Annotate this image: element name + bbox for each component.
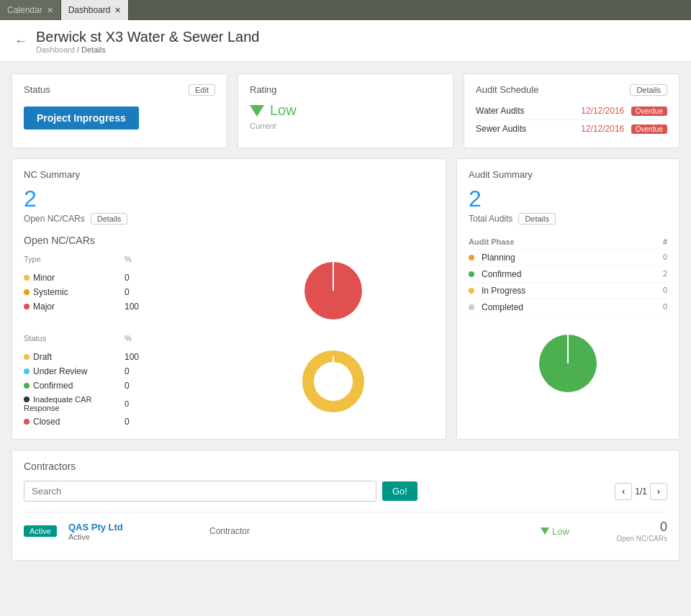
nc-status-section: Status % Draft 100 Under Review 0 Conf — [24, 334, 225, 429]
nc-open-label: Open NC/CARs — [24, 214, 85, 224]
tab-calendar-label: Calendar — [7, 5, 42, 15]
minor-dot — [24, 275, 30, 281]
contractor-status: Active — [68, 533, 198, 541]
audit-row-sewer-name: Sewer Audits — [476, 124, 526, 134]
tab-calendar[interactable]: Calendar ✕ — [0, 0, 61, 20]
contractors-section: Contractors Go! ‹ 1/1 › Active QAS Pty L… — [12, 450, 679, 561]
audit-phase-header: Audit Phase # — [469, 235, 667, 250]
nc-type-row-minor: Minor 0 — [24, 271, 225, 285]
audit-row-water-name: Water Audits — [476, 106, 525, 116]
audit-confirmed-dot — [469, 271, 474, 277]
confirmed-dot — [24, 383, 30, 389]
nc-status-inadequate: Inadequate CAR Response 0 — [24, 393, 225, 415]
completed-dot — [469, 304, 474, 310]
pagination-text: 1/1 — [635, 486, 647, 497]
rating-text: Low — [270, 102, 297, 119]
contractor-type: Contractor — [209, 526, 529, 536]
nc-count: 2 — [24, 187, 434, 210]
audit-phase-planning: Planning 0 — [469, 250, 667, 266]
status-badge: Project Inprogress — [24, 107, 139, 130]
audit-phase-pie — [469, 327, 667, 399]
nc-type-header: Type % — [24, 255, 225, 266]
contractor-nc-count: 0 — [610, 520, 667, 535]
closed-dot — [24, 419, 30, 425]
rating-card: Rating Low Current — [238, 73, 453, 148]
nc-status-underreview: Under Review 0 — [24, 364, 225, 379]
nc-charts: Type % Minor 0 Systemic 0 Major — [24, 255, 434, 429]
search-input[interactable] — [24, 481, 376, 502]
contractor-nc: 0 Open NC/CARs — [610, 520, 667, 543]
status-card: Status Edit Project Inprogress — [12, 73, 227, 148]
systemic-dot — [24, 289, 30, 295]
contractor-active-badge: Active — [24, 525, 57, 537]
draft-dot — [24, 354, 30, 360]
contractor-rating-icon — [541, 527, 549, 535]
top-row: Status Edit Project Inprogress Rating Lo… — [12, 73, 679, 148]
open-nc-title: Open NC/CARs — [24, 235, 434, 246]
nc-type-pie — [232, 255, 434, 327]
nc-type-section: Type % Minor 0 Systemic 0 Major — [24, 255, 225, 327]
rating-card-title: Rating — [250, 84, 441, 95]
major-dot — [24, 304, 30, 309]
audit-schedule-title: Audit Schedule Details — [476, 84, 667, 95]
tab-dashboard-close[interactable]: ✕ — [114, 6, 121, 15]
contractor-rating: Low — [541, 526, 598, 537]
audit-phase-confirmed: Confirmed 2 — [469, 266, 667, 283]
audit-summary-card: Audit Summary 2 Total Audits Details Aud… — [456, 158, 679, 440]
audit-summary-title: Audit Summary — [469, 169, 667, 180]
audit-schedule-card: Audit Schedule Details Water Audits 12/1… — [464, 73, 679, 148]
audit-phase-inprogress: In Progress 0 — [469, 283, 667, 299]
nc-status-pie — [232, 334, 434, 429]
nc-type-row-major: Major 100 — [24, 299, 225, 314]
page-header: ← Berwick st X3 Water & Sewer Land Dashb… — [0, 20, 691, 62]
inadequate-dot — [24, 397, 30, 402]
breadcrumb-sep: / — [77, 45, 79, 54]
audit-row-sewer-date: 12/12/2016 — [581, 124, 624, 134]
rating-value: Low — [250, 102, 441, 119]
search-row: Go! ‹ 1/1 › — [24, 481, 667, 502]
audit-row-sewer: Sewer Audits 12/12/2016 Overdue — [476, 120, 667, 137]
rating-sub: Current — [250, 122, 441, 130]
nc-status-header: Status % — [24, 334, 225, 345]
rating-triangle-icon — [250, 105, 264, 117]
breadcrumb: Dashboard / Details — [36, 45, 260, 54]
nc-summary-title: NC Summary — [24, 169, 434, 180]
back-button[interactable]: ← — [14, 34, 27, 49]
tab-dashboard[interactable]: Dashboard ✕ — [61, 0, 130, 20]
contractors-title: Contractors — [24, 461, 667, 472]
breadcrumb-current: Details — [81, 45, 106, 54]
prev-page-button[interactable]: ‹ — [615, 483, 632, 500]
contractor-name[interactable]: QAS Pty Ltd — [68, 522, 198, 533]
next-page-button[interactable]: › — [650, 483, 667, 500]
pagination: ‹ 1/1 › — [615, 483, 667, 500]
page: ← Berwick st X3 Water & Sewer Land Dashb… — [0, 20, 691, 616]
edit-button[interactable]: Edit — [189, 84, 215, 96]
tab-calendar-close[interactable]: ✕ — [47, 6, 53, 15]
audit-row-water-date: 12/12/2016 — [581, 106, 624, 116]
audit-total-label: Total Audits — [469, 214, 512, 224]
audit-schedule-details-button[interactable]: Details — [630, 84, 667, 96]
contractor-rating-text: Low — [552, 526, 569, 537]
nc-details-button[interactable]: Details — [91, 213, 128, 225]
nc-status-draft: Draft 100 — [24, 350, 225, 364]
underreview-dot — [24, 368, 30, 374]
mid-row: NC Summary 2 Open NC/CARs Details Open N… — [12, 158, 679, 440]
contractor-nc-label: Open NC/CARs — [610, 535, 667, 543]
breadcrumb-home[interactable]: Dashboard — [36, 45, 75, 54]
go-button[interactable]: Go! — [382, 481, 417, 501]
nc-summary-card: NC Summary 2 Open NC/CARs Details Open N… — [12, 158, 446, 440]
content: Status Edit Project Inprogress Rating Lo… — [0, 62, 691, 572]
audit-summary-details-button[interactable]: Details — [518, 213, 556, 225]
nc-label-row: Open NC/CARs Details — [24, 213, 434, 225]
audit-row-water-overdue: Overdue — [631, 107, 667, 116]
inprogress-dot — [469, 288, 474, 294]
audit-phase-completed: Completed 0 — [469, 299, 667, 316]
tab-dashboard-label: Dashboard — [68, 5, 111, 15]
contractor-name-col: QAS Pty Ltd Active — [68, 522, 198, 541]
contractor-row: Active QAS Pty Ltd Active Contractor Low… — [24, 512, 667, 550]
audit-row-sewer-overdue: Overdue — [631, 124, 667, 134]
planning-dot — [469, 255, 474, 261]
audit-label-row: Total Audits Details — [469, 213, 667, 225]
status-card-title: Status Edit — [24, 84, 215, 95]
nc-status-confirmed: Confirmed 0 — [24, 379, 225, 393]
